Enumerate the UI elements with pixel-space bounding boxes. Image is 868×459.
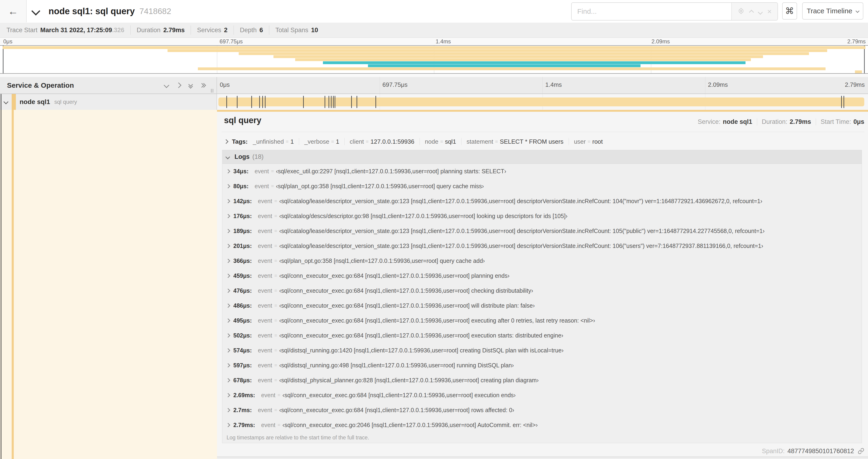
view-selector-button[interactable]: Trace Timeline — [802, 2, 863, 20]
tag-key: statement — [467, 138, 493, 145]
locate-icon[interactable] — [738, 7, 745, 15]
tag-key: node — [425, 138, 438, 145]
log-row[interactable]: 2.69ms:event=‹sql/conn_executor_exec.go:… — [222, 388, 862, 402]
find-clear-icon[interactable]: × — [767, 8, 772, 15]
log-row[interactable]: 502μs:event=‹sql/conn_executor_exec.go:6… — [222, 328, 862, 343]
log-row[interactable]: 142μs:event=‹sql/catalog/lease/descripto… — [222, 194, 862, 208]
expand-one-icon[interactable] — [176, 83, 182, 87]
logs-footnote: Log timestamps are relative to the start… — [222, 432, 862, 443]
chevron-right-icon — [226, 229, 230, 233]
timeline-tick-label: 697.75μs — [382, 81, 408, 88]
find-prev-icon[interactable] — [750, 8, 753, 15]
tag-divider — [461, 138, 462, 145]
tag-pair: node=sql1 — [425, 138, 456, 145]
log-field-value: ‹sql/conn_executor_exec.go:684 [nsql1,cl… — [283, 392, 516, 399]
trace-collapse-toggle[interactable] — [33, 8, 39, 15]
operation-name-text: sql query — [54, 99, 77, 105]
log-timestamp: 2.7ms: — [233, 407, 252, 414]
chevron-right-icon — [226, 273, 230, 278]
info-label: Total Spans — [275, 27, 308, 34]
tag-divider — [344, 138, 345, 145]
log-field-key: event — [258, 287, 272, 294]
span-row-name-cell[interactable]: node sql1 sql query — [0, 94, 217, 110]
back-button[interactable]: ← — [0, 0, 27, 22]
trace-id: 7418682 — [140, 6, 171, 16]
chevron-right-icon — [226, 378, 230, 382]
log-row[interactable]: 476μs:event=‹sql/conn_executor_exec.go:6… — [222, 283, 862, 298]
page-header: ← node sql1: sql query 7418682 × — [0, 0, 868, 22]
info-value: 6 — [259, 27, 263, 34]
log-row[interactable]: 189μs:event=‹sql/catalog/lease/descripto… — [222, 223, 862, 238]
collapse-all-icon[interactable] — [188, 83, 194, 88]
chevron-right-icon — [226, 214, 230, 218]
chevron-right-icon — [224, 139, 228, 144]
span-detail-panel: sql query Service:node sql1Duration:2.79… — [217, 110, 868, 459]
log-row[interactable]: 486μs:event=‹sql/conn_executor_exec.go:6… — [222, 298, 862, 313]
tags-accordion[interactable]: Tags: _unfinished=1_verbose=1client=127.… — [224, 135, 603, 147]
log-row[interactable]: 678μs:event=‹sql/distsql_physical_planne… — [222, 373, 862, 388]
log-row[interactable]: 2.79ms:event=‹sql/conn_executor_exec.go:… — [222, 418, 862, 432]
log-row[interactable]: 201μs:event=‹sql/catalog/lease/descripto… — [222, 238, 862, 253]
log-row[interactable]: 176μs:event=‹sql/catalog/descs/descripto… — [222, 208, 862, 223]
equals-sign: = — [286, 139, 288, 144]
equals-sign: = — [274, 362, 277, 368]
log-marker-tick — [335, 96, 335, 108]
tag-divider — [420, 138, 420, 145]
log-field-key: event — [258, 407, 272, 414]
log-timestamp: 366μs: — [233, 258, 252, 264]
log-marker-tick — [324, 96, 325, 108]
minimap-tick-labels: 0μs 697.75μs 1.4ms 2.09ms 2.79ms — [0, 38, 868, 45]
log-marker-tick — [265, 96, 266, 108]
link-icon[interactable] — [858, 448, 864, 454]
jaeger-trace-page: ← node sql1: sql query 7418682 × — [0, 0, 868, 459]
log-row[interactable]: 495μs:event=‹sql/conn_executor_exec.go:6… — [222, 313, 862, 328]
log-row[interactable]: 574μs:event=‹sql/distsql_running.go:1420… — [222, 343, 862, 358]
minimap-tick-label: 0μs — [3, 38, 12, 45]
log-field-value: ‹sql/conn_executor_exec.go:684 [nsql1,cl… — [279, 302, 535, 309]
minimap-scrubber-left[interactable] — [3, 46, 3, 73]
minimap-canvas[interactable] — [0, 45, 868, 74]
span-detail-title: sql query — [224, 116, 261, 125]
log-field-key: event — [258, 302, 272, 309]
keyboard-shortcuts-button[interactable]: ⌘ — [782, 2, 797, 20]
log-timestamp: 2.69ms: — [233, 392, 255, 399]
expand-all-icon[interactable] — [200, 84, 206, 87]
log-field-key: event — [261, 392, 275, 399]
trace-info-item: Trace StartMarch 31 2022, 17:25:09.326 — [6, 25, 130, 35]
log-marker-tick — [259, 96, 260, 108]
log-field-key: event — [258, 317, 272, 324]
log-field-value: ‹sql/catalog/lease/descriptor_version_st… — [279, 242, 763, 249]
equals-sign: = — [274, 273, 277, 278]
log-row[interactable]: 2.7ms:event=‹sql/conn_executor_exec.go:6… — [222, 402, 862, 418]
log-field-value: ‹sql/catalog/descs/descriptor.go:98 [nsq… — [279, 213, 567, 220]
log-field-value: ‹sql/conn_executor_exec.go:2046 [nsql1,c… — [283, 422, 538, 428]
minimap-tick-label: 1.4ms — [436, 38, 451, 45]
chevron-right-icon — [226, 289, 230, 293]
span-row[interactable]: node sql1 sql query — [0, 94, 868, 110]
timeline-gridline — [542, 77, 543, 94]
equals-sign: = — [271, 183, 274, 189]
logs-header[interactable]: Logs (18) — [222, 150, 862, 164]
find-input[interactable] — [572, 3, 731, 20]
span-id-row: SpanID: 4877749850101760812 — [762, 445, 864, 457]
log-marker-tick — [841, 96, 842, 108]
log-field-key: event — [258, 377, 272, 384]
log-row[interactable]: 459μs:event=‹sql/conn_executor_exec.go:6… — [222, 268, 862, 283]
log-row[interactable]: 34μs:event=‹sql/exec_util.go:2297 [nsql1… — [222, 164, 862, 179]
column-resize-grip[interactable] — [211, 89, 213, 93]
log-row[interactable]: 597μs:event=‹sql/distsql_running.go:498 … — [222, 358, 862, 373]
tag-key: _verbose — [304, 138, 329, 145]
span-row-bar-cell[interactable] — [217, 94, 868, 110]
find-next-icon[interactable] — [758, 8, 762, 15]
meta-value: 2.79ms — [789, 118, 811, 125]
span-collapse-toggle[interactable] — [4, 100, 8, 104]
log-field-key: event — [258, 272, 272, 279]
span-duration-bar[interactable] — [218, 97, 864, 106]
log-row[interactable]: 80μs:event=‹sql/plan_opt.go:358 [nsql1,c… — [222, 179, 862, 194]
service-color-strip — [12, 110, 14, 459]
log-field-key: event — [258, 258, 272, 264]
log-timestamp: 502μs: — [233, 332, 252, 339]
log-row[interactable]: 366μs:event=‹sql/plan_opt.go:358 [nsql1,… — [222, 253, 862, 268]
minimap-scrubber-right[interactable] — [864, 46, 865, 73]
collapse-one-icon[interactable] — [163, 83, 169, 87]
